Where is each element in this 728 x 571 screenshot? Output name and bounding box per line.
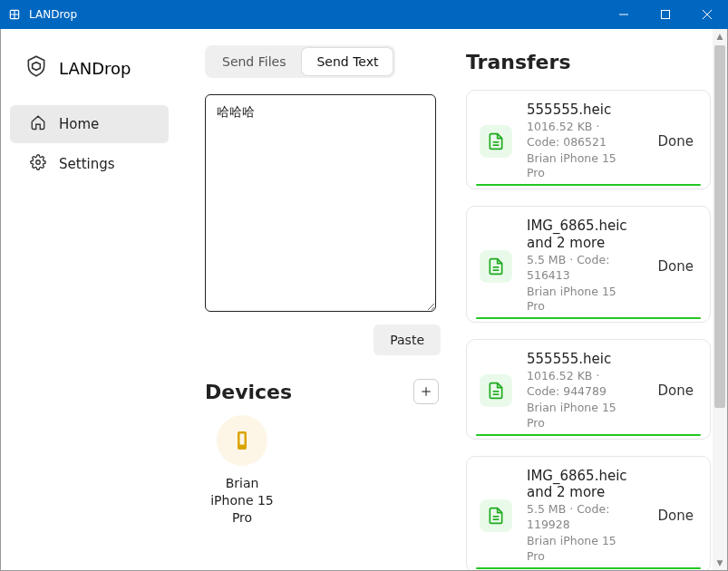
transfers-list: 555555.heic1016.52 KB · Code: 086521Bria…	[466, 90, 711, 570]
nav-home-label: Home	[59, 116, 99, 132]
maximize-button[interactable]	[645, 0, 686, 29]
message-textarea[interactable]	[205, 94, 436, 312]
add-device-button[interactable]	[413, 379, 439, 404]
device-name: Brian iPhone 15 Pro	[205, 475, 279, 527]
scrollbar-thumb[interactable]	[714, 45, 725, 408]
nav-settings[interactable]: Settings	[10, 145, 169, 183]
transfer-meta: 5.5 MB · Code: 516413	[527, 253, 636, 284]
transfer-status: Done	[658, 258, 694, 275]
transfer-meta: 1016.52 KB · Code: 944789	[527, 369, 636, 400]
transfer-progress-bar	[476, 184, 701, 186]
svg-point-5	[36, 160, 41, 165]
minimize-button[interactable]	[603, 0, 645, 29]
gear-icon	[30, 154, 46, 174]
devices-heading: Devices	[205, 381, 292, 403]
transfer-filename: 555555.heic	[527, 351, 636, 368]
window-title: LANDrop	[29, 8, 77, 21]
file-icon	[480, 374, 512, 407]
scrollbar-down-icon[interactable]: ▼	[713, 556, 727, 570]
transfer-progress-bar	[476, 567, 701, 569]
plus-icon	[420, 382, 432, 402]
transfer-card[interactable]: 555555.heic1016.52 KB · Code: 086521Bria…	[466, 90, 711, 189]
sidebar: LANDrop Home Settings	[1, 29, 178, 570]
transfer-filename: IMG_6865.heic	[527, 218, 636, 235]
transfer-status: Done	[658, 133, 694, 150]
app-icon	[7, 7, 22, 22]
transfer-extra: and 2 more	[527, 484, 636, 501]
transfer-status: Done	[658, 382, 694, 399]
transfer-progress-bar	[476, 434, 701, 436]
transfer-extra: and 2 more	[527, 235, 636, 252]
paste-button[interactable]: Paste	[374, 324, 441, 355]
phone-icon	[217, 415, 267, 466]
file-icon	[480, 250, 512, 283]
svg-rect-2	[662, 11, 670, 19]
transfer-device: Brian iPhone 15 Pro	[527, 285, 636, 315]
svg-rect-9	[239, 433, 246, 446]
transfer-filename: 555555.heic	[527, 102, 636, 119]
transfers-heading: Transfers	[466, 51, 711, 73]
scrollbar[interactable]: ▲ ▼	[713, 29, 727, 570]
transfer-filename: IMG_6865.heic	[527, 468, 636, 485]
transfer-card[interactable]: 555555.heic1016.52 KB · Code: 944789Bria…	[466, 339, 711, 439]
send-tabs: Send Files Send Text	[205, 45, 395, 78]
transfer-device: Brian iPhone 15 Pro	[527, 401, 636, 431]
brand: LANDrop	[1, 44, 178, 103]
close-button[interactable]	[686, 0, 728, 29]
transfer-meta: 1016.52 KB · Code: 086521	[527, 120, 636, 150]
device-item[interactable]: Brian iPhone 15 Pro	[205, 415, 279, 527]
titlebar: LANDrop	[0, 0, 728, 29]
transfer-card[interactable]: IMG_6865.heicand 2 more5.5 MB · Code: 51…	[466, 206, 711, 323]
svg-point-10	[241, 447, 243, 449]
transfer-status: Done	[658, 508, 694, 524]
tab-send-text[interactable]: Send Text	[302, 48, 393, 75]
transfer-card[interactable]: IMG_6865.heicand 2 more5.5 MB · Code: 11…	[466, 456, 711, 571]
scrollbar-up-icon[interactable]: ▲	[713, 29, 727, 44]
transfer-meta: 5.5 MB · Code: 119928	[527, 502, 636, 533]
nav-home[interactable]: Home	[10, 105, 169, 143]
file-icon	[480, 499, 512, 532]
home-icon	[30, 114, 46, 134]
brand-icon	[24, 54, 48, 82]
transfer-device: Brian iPhone 15 Pro	[527, 534, 636, 565]
main: Send Files Send Text Paste Devices	[178, 29, 727, 570]
tab-send-files[interactable]: Send Files	[208, 48, 300, 75]
nav-settings-label: Settings	[59, 156, 115, 172]
transfer-progress-bar	[476, 317, 701, 319]
transfer-device: Brian iPhone 15 Pro	[527, 151, 636, 182]
file-icon	[480, 125, 512, 158]
brand-name: LANDrop	[59, 59, 131, 78]
